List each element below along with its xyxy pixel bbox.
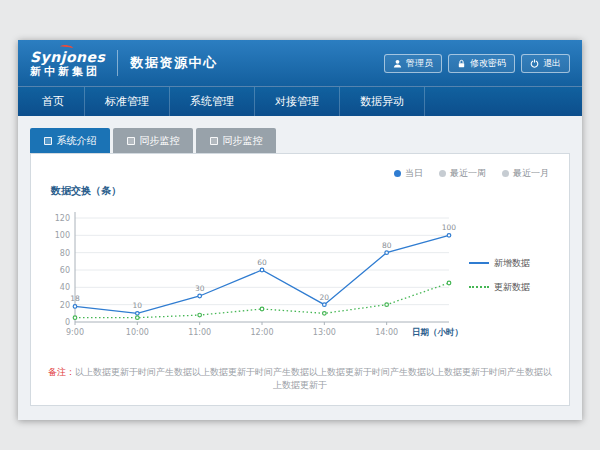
nav-item-system-mgmt[interactable]: 系统管理 [170,87,255,116]
brand: Synjones 新中新集团 数据资源中心 [30,48,217,79]
svg-text:30: 30 [195,284,205,293]
chart-panel: 当日 最近一周 最近一月 数据交换（条） 0204060801001209:00… [30,153,570,406]
svg-text:11:00: 11:00 [188,328,211,337]
filter-today[interactable]: 当日 [394,167,423,180]
svg-text:18: 18 [70,294,80,303]
svg-text:日期（小时）: 日期（小时） [412,327,463,337]
tab-icon [127,137,135,145]
svg-text:14:00: 14:00 [375,328,398,337]
tab-icon [210,137,218,145]
footnote: 备注：以上数据更新于时间产生数据以上数据更新于时间产生数据以上数据更新于时间产生… [45,366,555,392]
filter-last-month[interactable]: 最近一月 [502,167,549,180]
footnote-label: 备注： [48,367,75,377]
y-axis-title: 数据交换（条） [51,184,555,198]
main-nav: 首页 标准管理 系统管理 对接管理 数据异动 [18,86,582,116]
tab-bar: 系统介绍 同步监控 同步监控 [30,128,570,153]
admin-button-label: 管理员 [406,57,433,70]
tab-label: 系统介绍 [57,134,97,148]
logout-button-label: 退出 [543,57,561,70]
change-password-button[interactable]: 修改密码 [448,54,515,73]
nav-item-standard-mgmt[interactable]: 标准管理 [85,87,170,116]
svg-text:13:00: 13:00 [313,328,336,337]
filter-label: 最近一月 [513,167,549,180]
header-divider [117,50,118,76]
series-legend: 新增数据 更新数据 [469,257,530,294]
logout-button[interactable]: 退出 [521,54,570,73]
svg-text:100: 100 [55,231,70,240]
legend-new-data[interactable]: 新增数据 [469,257,530,270]
svg-text:20: 20 [60,301,70,310]
lock-icon [457,59,466,68]
tab-label: 同步监控 [223,134,263,148]
chart-row: 0204060801001209:0010:0011:0012:0013:001… [45,200,555,350]
logo-swoosh-icon [60,44,74,51]
nav-item-interface-mgmt[interactable]: 对接管理 [255,87,340,116]
filter-last-week[interactable]: 最近一周 [439,167,486,180]
tab-system-intro[interactable]: 系统介绍 [30,128,110,153]
solid-line-icon [469,262,489,264]
radio-dot-icon [394,170,401,177]
nav-item-data-change[interactable]: 数据异动 [340,87,425,116]
svg-text:80: 80 [60,249,70,258]
svg-text:120: 120 [55,214,70,223]
svg-text:40: 40 [60,283,70,292]
legend-label: 更新数据 [494,281,530,294]
svg-text:100: 100 [442,223,457,232]
filter-label: 当日 [405,167,423,180]
svg-text:20: 20 [320,293,330,302]
content-area: 系统介绍 同步监控 同步监控 当日 最近一周 [18,116,582,420]
svg-text:9:00: 9:00 [66,328,84,337]
svg-text:60: 60 [257,258,267,267]
logo-text-en: Synjones [30,49,105,65]
filter-label: 最近一周 [450,167,486,180]
synjones-logo: Synjones 新中新集团 [30,48,105,79]
change-password-button-label: 修改密码 [470,57,506,70]
logo-text-cn: 新中新集团 [30,66,105,78]
nav-item-home[interactable]: 首页 [22,87,85,116]
svg-text:60: 60 [60,266,70,275]
user-icon [393,59,402,68]
svg-text:0: 0 [65,318,70,327]
tab-sync-monitor-2[interactable]: 同步监控 [196,128,276,153]
admin-button[interactable]: 管理员 [384,54,442,73]
app-window: Synjones 新中新集团 数据资源中心 管理员 修改密码 [18,40,582,420]
svg-text:80: 80 [382,241,392,250]
dotted-line-icon [469,286,489,288]
svg-text:10:00: 10:00 [126,328,149,337]
svg-text:12:00: 12:00 [250,328,273,337]
power-icon [530,59,539,68]
app-header: Synjones 新中新集团 数据资源中心 管理员 修改密码 [18,40,582,86]
svg-text:10: 10 [133,301,143,310]
radio-dot-icon [439,170,446,177]
line-chart: 0204060801001209:0010:0011:0012:0013:001… [45,200,465,350]
page-title: 数据资源中心 [130,54,217,72]
footnote-text: 以上数据更新于时间产生数据以上数据更新于时间产生数据以上数据更新于时间产生数据以… [75,367,552,390]
legend-updated-data[interactable]: 更新数据 [469,281,530,294]
legend-label: 新增数据 [494,257,530,270]
tab-icon [44,137,52,145]
tab-label: 同步监控 [140,134,180,148]
radio-dot-icon [502,170,509,177]
tab-sync-monitor-1[interactable]: 同步监控 [113,128,193,153]
header-actions: 管理员 修改密码 退出 [384,54,570,73]
range-filters: 当日 最近一周 最近一月 [394,167,549,180]
